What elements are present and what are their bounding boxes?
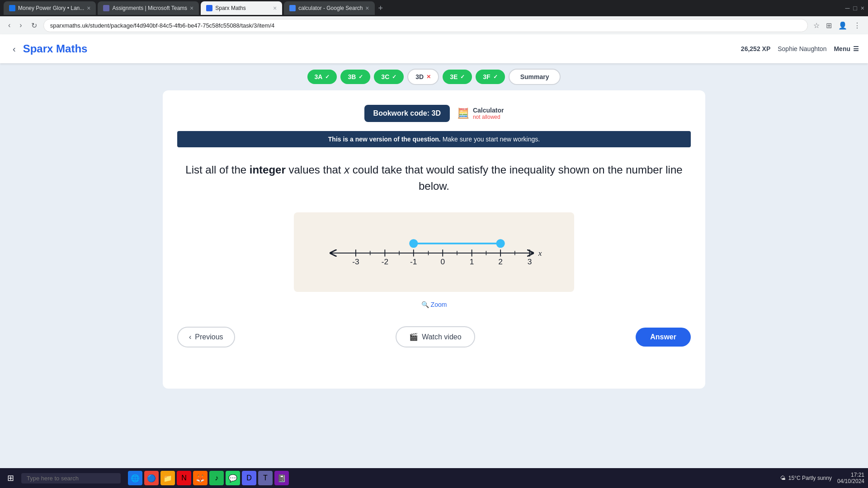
app-logo: Sparx Maths — [23, 42, 88, 55]
question-x: x — [344, 164, 349, 176]
nav-tabs: 3A ✓ 3B ✓ 3C ✓ 3D ✕ 3E ✓ 3F ✓ Summary — [0, 63, 868, 90]
user-name: Sophie Naughton — [778, 45, 826, 52]
main-content: Bookwork code: 3D 🧮 Calculator not allow… — [163, 90, 705, 389]
question-before: List all of the — [185, 164, 249, 176]
tab-3c[interactable]: 3C ✓ — [374, 70, 404, 84]
taskbar-edge[interactable]: 🌐 — [128, 471, 142, 485]
question-bold: integer — [250, 164, 286, 176]
svg-point-15 — [410, 239, 417, 247]
new-tab-button[interactable]: + — [377, 2, 385, 15]
refresh-button[interactable]: ↻ — [28, 19, 40, 32]
profile-button[interactable]: 👤 — [836, 19, 849, 32]
weather-display: 🌤 15°C Partly sunny — [780, 475, 832, 481]
taskbar-chrome[interactable]: 🔵 — [144, 471, 159, 485]
tab-3e-label: 3E — [450, 73, 458, 80]
chevron-left-icon: ‹ — [189, 333, 191, 341]
tab-music[interactable]: Money Power Glory • Lan... × — [4, 1, 96, 15]
watch-video-button[interactable]: 🎬 Watch video — [396, 326, 475, 347]
svg-text:2: 2 — [498, 257, 503, 266]
time-display: 17:21 04/10/2024 — [837, 472, 864, 484]
back-nav-button[interactable]: ‹ — [9, 40, 19, 58]
calculator-icon: 🧮 — [457, 108, 469, 119]
check-icon-3e: ✓ — [460, 74, 465, 80]
menu-button[interactable]: Menu ☰ — [834, 45, 859, 52]
taskbar-whatsapp[interactable]: 💬 — [226, 471, 240, 485]
svg-text:-2: -2 — [382, 257, 388, 266]
tab-3d[interactable]: 3D ✕ — [407, 69, 439, 85]
question-after: values that — [286, 164, 344, 176]
tab-3b-label: 3B — [348, 73, 356, 80]
taskbar-apps: 🌐 🔵 📁 N 🦊 ♪ 💬 D T 📓 — [128, 471, 289, 485]
tab-3f[interactable]: 3F ✓ — [476, 70, 505, 84]
calculator-status: not allowed — [473, 114, 504, 120]
header-right: 26,252 XP Sophie Naughton Menu ☰ — [741, 45, 859, 52]
more-options-button[interactable]: ⋮ — [852, 19, 863, 32]
calculator-label: Calculator — [473, 107, 504, 114]
tab-3e[interactable]: 3E ✓ — [443, 70, 472, 84]
app-header: ‹ Sparx Maths 26,252 XP Sophie Naughton … — [0, 34, 868, 63]
taskbar-firefox[interactable]: 🦊 — [193, 471, 208, 485]
close-button[interactable]: × — [861, 5, 864, 12]
taskbar-netflix[interactable]: N — [177, 471, 191, 485]
address-bar[interactable]: sparxmaths.uk/student/package/f4d940bf-8… — [43, 19, 808, 32]
taskbar: ⊞ 🌐 🔵 📁 N 🦊 ♪ 💬 D T 📓 🌤 15°C Partly sunn… — [0, 468, 868, 488]
question-text: List all of the integer values that x co… — [177, 162, 691, 194]
xp-display: 26,252 XP — [741, 45, 770, 52]
new-version-banner: This is a new version of the question. M… — [177, 131, 691, 147]
answer-button[interactable]: Answer — [636, 328, 691, 347]
tab-3f-label: 3F — [483, 73, 490, 80]
video-icon: 🎬 — [409, 333, 418, 341]
taskbar-search[interactable] — [21, 473, 121, 483]
taskbar-ds[interactable]: D — [242, 471, 256, 485]
svg-text:x: x — [538, 249, 542, 258]
banner-bold: This is a new version of the question. — [328, 136, 441, 143]
tab-calculator[interactable]: calculator - Google Search × — [284, 1, 374, 15]
tab-summary[interactable]: Summary — [509, 69, 561, 85]
banner-normal: Make sure you start new workings. — [443, 136, 540, 143]
tab-sparx[interactable]: Sparx Maths × — [201, 1, 282, 15]
x-icon-3d: ✕ — [426, 74, 431, 80]
bookmark-button[interactable]: ☆ — [811, 19, 821, 32]
clock: 17:21 — [837, 472, 864, 478]
zoom-link[interactable]: 🔍 Zoom — [177, 301, 691, 308]
taskbar-spotify[interactable]: ♪ — [209, 471, 224, 485]
taskbar-right: 🌤 15°C Partly sunny 17:21 04/10/2024 — [780, 472, 864, 484]
svg-text:1: 1 — [470, 257, 474, 266]
check-icon-3f: ✓ — [493, 74, 498, 80]
tab-3c-label: 3C — [381, 73, 389, 80]
browser-chrome: Money Power Glory • Lan... × Assignments… — [0, 0, 868, 16]
svg-text:3: 3 — [528, 257, 532, 266]
menu-hamburger-icon: ☰ — [853, 45, 859, 52]
svg-point-16 — [496, 239, 504, 247]
svg-text:-3: -3 — [352, 257, 359, 266]
extensions-button[interactable]: ⊞ — [824, 19, 834, 32]
weather-text: 15°C Partly sunny — [788, 475, 832, 481]
minimize-button[interactable]: ─ — [845, 5, 849, 12]
zoom-icon: 🔍 — [421, 301, 429, 308]
taskbar-folder[interactable]: 📁 — [160, 471, 175, 485]
number-line-svg: -3 -2 -1 0 1 2 3 x — [321, 230, 547, 274]
taskbar-onenote[interactable]: 📓 — [274, 471, 289, 485]
browser-controls: ‹ › ↻ sparxmaths.uk/student/package/f4d9… — [0, 16, 868, 34]
check-icon-3b: ✓ — [359, 74, 363, 80]
tab-3d-label: 3D — [415, 73, 424, 80]
tab-3b[interactable]: 3B ✓ — [340, 70, 370, 84]
start-button[interactable]: ⊞ — [4, 471, 18, 485]
forward-button[interactable]: › — [17, 19, 24, 31]
taskbar-teams[interactable]: T — [258, 471, 273, 485]
check-icon-3c: ✓ — [392, 74, 396, 80]
check-icon-3a: ✓ — [325, 74, 330, 80]
svg-text:-1: -1 — [410, 257, 417, 266]
restore-button[interactable]: □ — [853, 5, 857, 12]
previous-button[interactable]: ‹ Previous — [177, 327, 235, 347]
tab-summary-label: Summary — [520, 73, 549, 80]
bottom-buttons: ‹ Previous 🎬 Watch video Answer — [177, 317, 691, 347]
calculator-info: 🧮 Calculator not allowed — [457, 107, 504, 120]
tab-teams[interactable]: Assignments | Microsoft Teams × — [98, 1, 199, 15]
number-line-container: -3 -2 -1 0 1 2 3 x — [294, 212, 574, 292]
date: 04/10/2024 — [837, 478, 864, 484]
bookwork-code: Bookwork code: 3D — [364, 105, 450, 122]
back-button[interactable]: ‹ — [5, 19, 13, 31]
tab-3a[interactable]: 3A ✓ — [307, 70, 337, 84]
tab-3a-label: 3A — [315, 73, 323, 80]
